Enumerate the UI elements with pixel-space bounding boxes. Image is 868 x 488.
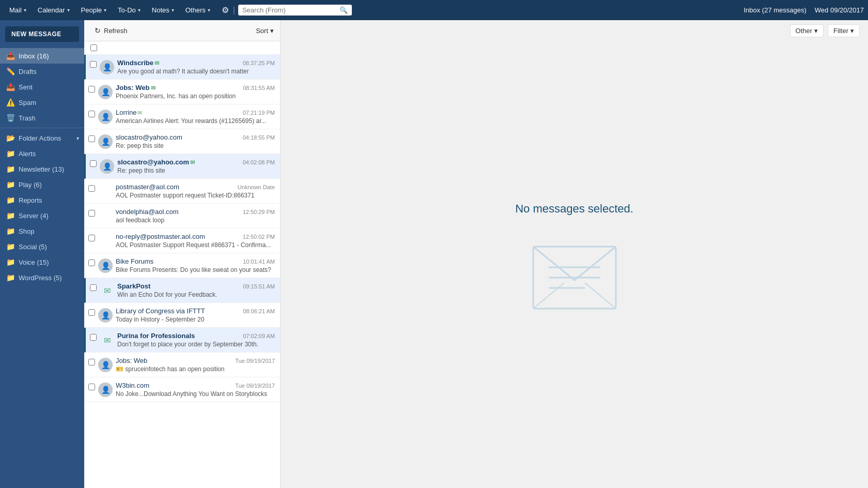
email-item[interactable]: 👤 Jobs: Web✉ 08:31:55 AM Phoenix Partner… (84, 80, 280, 104)
sidebar-item-drafts[interactable]: ✏️ Drafts (0, 64, 84, 79)
email-preview: No Joke...Download Anything You Want on … (116, 390, 275, 398)
email-header: Library of Congress via IFTTT 08:06:21 A… (116, 307, 275, 315)
email-header: Lorrine✉ 07:21:19 PM (116, 109, 275, 116)
email-preview: Re: peep this site (116, 142, 275, 149)
nav-notes[interactable]: Notes ▾ (147, 4, 179, 16)
email-checkbox[interactable] (88, 260, 95, 266)
email-item[interactable]: 👤 W3bin.com Tue 09/19/2017 No Joke...Dow… (84, 377, 280, 402)
other-caret-icon: ▾ (814, 27, 818, 35)
email-item[interactable]: vondelphia@aol.com 12:50:29 PM aol feedb… (84, 204, 280, 228)
sidebar-item-reports[interactable]: 📁 Reports (0, 192, 84, 208)
sidebar: NEW MESSAGE 📥 Inbox (16) ✏️ Drafts 📤 Sen… (0, 20, 84, 488)
email-time: 12:50:29 PM (243, 209, 275, 215)
sidebar-item-inbox[interactable]: 📥 Inbox (16) (0, 48, 84, 64)
sidebar-item-newsletter[interactable]: 📁 Newsletter (13) (0, 161, 84, 177)
email-sender: no-reply@postmaster.aol.com (116, 233, 205, 240)
refresh-button[interactable]: ↻ Refresh (90, 24, 132, 37)
email-header: SparkPost 09:15:51 AM (117, 282, 275, 290)
trash-icon: 🗑️ (6, 114, 14, 122)
sidebar-inbox-label: Inbox (16) (19, 52, 49, 60)
others-caret-icon: ▾ (208, 7, 210, 13)
email-time: 08:06:21 AM (243, 308, 275, 314)
folder-actions-header[interactable]: 📂 Folder Actions ▾ (0, 130, 84, 146)
drafts-icon: ✏️ (6, 67, 14, 75)
select-all-checkbox[interactable] (90, 44, 97, 51)
email-item[interactable]: ✉ SparkPost 09:15:51 AM Win an Echo Dot … (84, 278, 280, 303)
sidebar-play-label: Play (6) (19, 181, 42, 189)
sidebar-item-spam[interactable]: ⚠️ Spam (0, 95, 84, 110)
email-checkbox[interactable] (88, 111, 95, 117)
email-item[interactable]: 👤 slocastro@yahoo.com✉ 04:02:08 PM Re: p… (84, 154, 280, 179)
email-checkbox[interactable] (90, 160, 97, 167)
sidebar-server-label: Server (4) (19, 212, 49, 220)
email-checkbox[interactable] (90, 334, 97, 341)
email-checkbox[interactable] (88, 384, 95, 390)
search-input[interactable] (242, 6, 337, 14)
email-body: Jobs: Web✉ 08:31:55 AM Phoenix Partners,… (116, 84, 275, 100)
email-body: no-reply@postmaster.aol.com 12:50:02 PM … (116, 233, 275, 249)
sidebar-item-shop[interactable]: 📁 Shop (0, 223, 84, 239)
other-dropdown[interactable]: Other ▾ (790, 24, 824, 37)
sidebar-item-trash[interactable]: 🗑️ Trash (0, 110, 84, 126)
email-time: 08:31:55 AM (243, 85, 275, 91)
email-item[interactable]: 👤 Library of Congress via IFTTT 08:06:21… (84, 303, 280, 328)
filter-label: Filter (833, 27, 848, 35)
email-checkbox[interactable] (88, 185, 95, 192)
email-time: 04:02:08 PM (243, 159, 275, 165)
email-time: Unknown Date (238, 184, 275, 190)
folder-actions-caret-icon: ▾ (76, 135, 79, 141)
sidebar-item-sent[interactable]: 📤 Sent (0, 79, 84, 95)
sidebar-newsletter-label: Newsletter (13) (19, 165, 64, 173)
sort-dropdown[interactable]: Sort ▾ (256, 27, 274, 35)
avatar: 👤 (98, 85, 113, 99)
email-item[interactable]: ✉ Purina for Professionals 07:02:09 AM D… (84, 328, 280, 353)
nav-people[interactable]: People ▾ (76, 4, 112, 16)
folder-actions-label: Folder Actions (19, 134, 61, 142)
nav-calendar[interactable]: Calendar ▾ (33, 4, 75, 16)
sidebar-item-voice[interactable]: 📁 Voice (15) (0, 254, 84, 270)
email-header: Windscribe✉ 08:37:25 PM (117, 59, 275, 67)
new-message-button[interactable]: NEW MESSAGE (5, 26, 79, 42)
email-item[interactable]: 👤 Bike Forums 10:01:41 AM Bike Forums Pr… (84, 253, 280, 278)
email-sender: SparkPost (117, 282, 150, 290)
mail-badge-icon: ✉ (190, 159, 195, 165)
email-header: W3bin.com Tue 09/19/2017 (116, 382, 275, 389)
email-checkbox[interactable] (90, 284, 97, 291)
email-item[interactable]: postmaster@aol.com Unknown Date AOL Post… (84, 179, 280, 204)
sidebar-wordpress-label: WordPress (5) (19, 274, 62, 282)
nav-others[interactable]: Others ▾ (180, 4, 215, 16)
email-checkbox[interactable] (88, 359, 95, 365)
sidebar-item-social[interactable]: 📁 Social (5) (0, 239, 84, 254)
email-item[interactable]: 👤 Lorrine✉ 07:21:19 PM American Airlines… (84, 104, 280, 129)
sidebar-alerts-label: Alerts (19, 150, 36, 158)
email-item[interactable]: 👤 Windscribe✉ 08:37:25 PM Are you good a… (84, 55, 280, 80)
sort-caret-icon: ▾ (270, 27, 274, 35)
email-checkbox[interactable] (90, 61, 97, 68)
email-item[interactable]: 👤 Jobs: Web Tue 09/19/2017 🎫 spruceinfot… (84, 353, 280, 377)
filter-button[interactable]: Filter ▾ (828, 24, 860, 37)
sidebar-item-server[interactable]: 📁 Server (4) (0, 208, 84, 223)
search-box[interactable]: 🔍 (238, 5, 352, 16)
email-sender: Lorrine✉ (116, 109, 142, 116)
email-checkbox[interactable] (88, 86, 95, 93)
sidebar-item-alerts[interactable]: 📁 Alerts (0, 146, 84, 161)
avatar: 👤 (98, 110, 113, 124)
sidebar-item-wordpress[interactable]: 📁 WordPress (5) (0, 270, 84, 285)
email-item[interactable]: no-reply@postmaster.aol.com 12:50:02 PM … (84, 228, 280, 253)
email-checkbox[interactable] (88, 135, 95, 142)
email-header: postmaster@aol.com Unknown Date (116, 183, 275, 191)
email-checkbox[interactable] (88, 309, 95, 316)
email-time: 07:02:09 AM (243, 333, 275, 339)
nav-todo[interactable]: To-Do ▾ (113, 4, 146, 16)
avatar: 👤 (100, 60, 114, 74)
mail-avatar-icon: ✉ (100, 283, 114, 298)
email-item[interactable]: 👤 slocastro@yahoo.com 04:18:55 PM Re: pe… (84, 129, 280, 154)
empty-envelope-icon (523, 231, 626, 326)
sidebar-item-play[interactable]: 📁 Play (6) (0, 177, 84, 192)
avatar: 👤 (98, 383, 113, 397)
email-checkbox-container (88, 210, 95, 218)
email-checkbox[interactable] (88, 210, 95, 217)
settings-icon[interactable]: ⚙ (219, 3, 232, 17)
email-checkbox[interactable] (88, 235, 95, 241)
nav-mail[interactable]: Mail ▾ (4, 4, 32, 16)
